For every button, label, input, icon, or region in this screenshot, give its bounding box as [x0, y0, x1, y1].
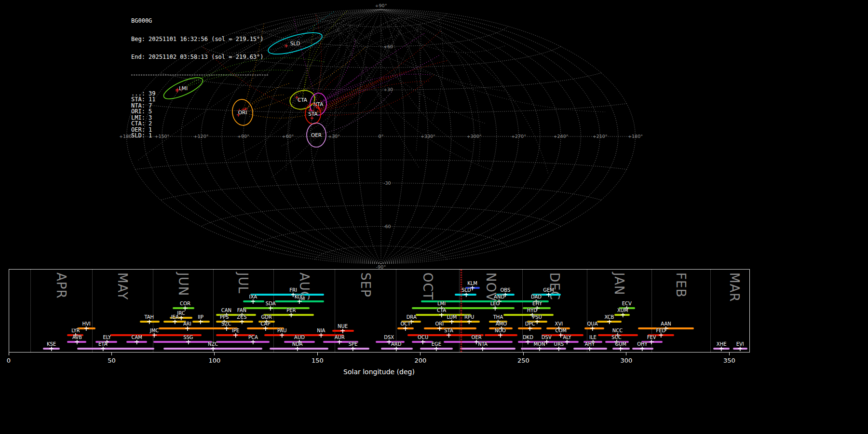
- shower-peak-marker-OCU: [421, 340, 425, 344]
- shower-label-FRI: FRI: [289, 288, 297, 293]
- shower-peak-marker-NTA: [481, 347, 485, 351]
- month-label-APR: APR: [54, 272, 68, 299]
- shower-peak-marker-NDA: [295, 347, 299, 351]
- shower-peak-marker-NIA: [319, 333, 323, 338]
- x-axis-title: Solar longitude (deg): [343, 368, 415, 376]
- shower-label-LYR: LYR: [71, 328, 80, 333]
- shower-label-XVI: XVI: [555, 322, 563, 326]
- shower-label-PAU: PAU: [277, 328, 287, 333]
- axis-tick-50: [111, 353, 112, 355]
- shower-label-GUM: GUM: [615, 342, 626, 347]
- shower-peak-marker-SPE: [351, 347, 355, 351]
- month-label-JUN: JUN: [176, 272, 190, 296]
- shower-bar-SDA: [243, 307, 310, 309]
- meteor-observation-screen: BG000G Beg: 20251101 16:32:56 (sol = 219…: [0, 0, 868, 434]
- axis-tick-200: [420, 353, 420, 355]
- shower-label-COM: COM: [555, 328, 566, 333]
- shower-peak-marker-SZC: [224, 326, 229, 331]
- shower-label-GEM: GEM: [543, 288, 554, 293]
- shower-label-EGE: EGE: [432, 342, 441, 347]
- month-label-MAR: MAR: [727, 272, 742, 302]
- grid-meridian: [357, 9, 381, 264]
- meteor-trail: [183, 75, 242, 88]
- shower-label-NIA: NIA: [317, 328, 325, 333]
- shower-label-AVB: AVB: [72, 335, 82, 340]
- shower-peak-marker-ALY: [565, 340, 570, 344]
- shower-peak-marker-SSG: [186, 340, 190, 344]
- shower-label-ETA: ETA: [98, 342, 108, 347]
- radiant-point-marker: [311, 116, 314, 120]
- shower-peak-marker-AVB: [75, 340, 79, 344]
- shower-label-TAH: TAH: [144, 315, 154, 320]
- shower-bar-HYD: [503, 314, 554, 316]
- shower-label-LEO: LEO: [490, 301, 500, 306]
- shower-label-JMC: JMC: [150, 328, 159, 333]
- grid-label: +240°: [554, 134, 569, 139]
- radiant-label-LMI: LMI: [179, 85, 188, 91]
- shower-label-DSX: DSX: [384, 335, 394, 340]
- meteor-trail: [183, 58, 325, 88]
- shower-label-OCT: OCT: [400, 322, 410, 326]
- grid-label: +300°: [467, 134, 482, 139]
- current-sol-line-beg: [461, 270, 461, 352]
- grid-label: +150°: [154, 134, 169, 139]
- shower-bar-NTA: [460, 348, 515, 350]
- meteor-trail: [203, 47, 313, 114]
- shower-peak-marker-IRC: [179, 316, 183, 320]
- radiants: SLDLMIORICTANTASTAOER: [161, 28, 327, 147]
- radiant-label-SLD: SLD: [290, 41, 300, 46]
- shower-peak-marker-HVI: [84, 326, 89, 331]
- shower-peak-marker-STA: [447, 333, 451, 338]
- shower-peak-marker-LEO: [493, 306, 497, 311]
- meteor-trail: [243, 47, 365, 112]
- shower-peak-marker-ARI: [185, 326, 190, 331]
- shower-bar-PCA: [216, 341, 270, 343]
- shower-peak-marker-IEA: [173, 320, 177, 324]
- shower-label-IPE: IPE: [232, 328, 239, 333]
- shower-label-ALY: ALY: [563, 335, 571, 340]
- shower-peak-marker-NUE: [340, 329, 345, 333]
- shower-peak-marker-DKD: [526, 340, 530, 344]
- shower-peak-marker-ARD: [394, 347, 398, 351]
- shower-peak-marker-IIP: [199, 320, 203, 324]
- grid-label: +270°: [511, 134, 526, 139]
- grid-label: -90°: [376, 264, 386, 269]
- shower-label-XUM: XUM: [617, 308, 628, 313]
- shower-label-AMO: AMO: [496, 322, 507, 326]
- shower-label-NCC: NCC: [612, 328, 623, 333]
- shower-bar-SSG: [153, 341, 212, 343]
- shower-peak-marker-URS: [556, 347, 561, 351]
- shower-peak-marker-COR: [183, 306, 188, 311]
- shower-label-OER: OER: [472, 335, 482, 340]
- shower-peak-marker-XHE: [719, 347, 724, 351]
- shower-peak-marker-KSE: [49, 347, 54, 351]
- meteor-trail: [233, 13, 429, 58]
- meteor-trail: [416, 25, 421, 151]
- shower-peak-marker-FED: [659, 333, 663, 338]
- shower-label-GDR: GDR: [261, 315, 271, 320]
- axis-tick-label-250: 250: [517, 357, 529, 364]
- grid-label: -60: [383, 224, 391, 229]
- grid-label: +180°: [119, 134, 134, 139]
- shower-peak-marker-TAH: [147, 320, 151, 324]
- shower-peak-marker-PCA: [251, 340, 255, 344]
- month-label-JAN: JAN: [612, 272, 626, 295]
- shower-label-ARI: ARI: [183, 322, 191, 326]
- axis-tick-label-100: 100: [208, 357, 220, 364]
- shower-label-FAN: FAN: [237, 308, 246, 313]
- shower-label-AND: AND: [494, 295, 504, 299]
- axis-tick-250: [523, 353, 524, 355]
- shower-label-NDA: NDA: [292, 342, 303, 347]
- radiant-label-ORI: ORI: [238, 109, 247, 115]
- shower-label-AUR: AUR: [335, 335, 345, 340]
- shower-label-PSU: PSU: [532, 315, 542, 320]
- shower-label-DRA: DRA: [407, 315, 417, 320]
- meteor-trail: [316, 92, 392, 135]
- shower-label-SLD: SLD: [461, 288, 471, 293]
- month-label-JUL: JUL: [236, 272, 250, 294]
- radiant-label-CTA: CTA: [298, 97, 308, 103]
- shower-label-KLM: KLM: [467, 281, 477, 286]
- meteor-trail: [243, 95, 284, 112]
- month-boundary-OCT: [396, 270, 396, 352]
- shower-label-NOO: NOO: [495, 328, 506, 333]
